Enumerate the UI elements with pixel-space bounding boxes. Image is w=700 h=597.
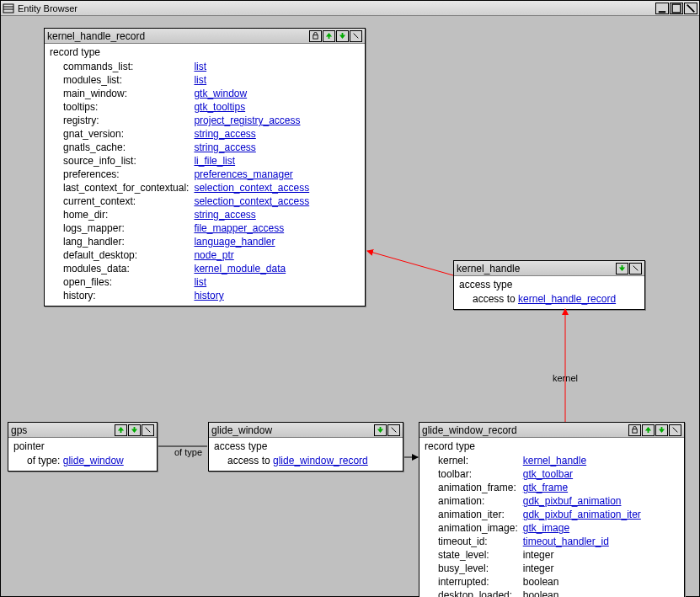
type-line: access type <box>459 278 639 291</box>
arrow-down-icon[interactable] <box>616 263 628 275</box>
maximize-button[interactable] <box>670 3 683 14</box>
type-link[interactable]: gdk_pixbuf_animation <box>523 495 622 507</box>
arrow-up-icon[interactable] <box>323 30 335 42</box>
type-link[interactable]: kernel_handle_record <box>518 293 616 305</box>
type-link[interactable]: li_file_list <box>194 155 235 167</box>
arrow-down-icon[interactable] <box>374 424 387 436</box>
type-link[interactable]: string_access <box>194 141 255 153</box>
type-link[interactable]: list <box>194 276 206 288</box>
field-name: interrupted: <box>425 575 523 589</box>
entity-header[interactable]: kernel_handle_record <box>45 29 365 44</box>
entity-glide-window[interactable]: glide_window access type access to glide… <box>208 422 403 472</box>
field-row: modules_data:kernel_module_data <box>50 262 309 275</box>
arrow-up-icon[interactable] <box>115 424 127 436</box>
lock-icon[interactable] <box>309 30 322 42</box>
field-row: last_context_for_contextual:selection_co… <box>50 181 309 195</box>
type-link[interactable]: selection_context_access <box>194 195 309 207</box>
type-link[interactable]: gtk_image <box>523 522 569 534</box>
edge-label-kernel: kernel <box>553 373 578 383</box>
entity-kernel-handle-record[interactable]: kernel_handle_record record type command… <box>44 28 366 306</box>
type-link[interactable]: gtk_tooltips <box>194 101 245 113</box>
close-icon[interactable] <box>629 263 642 275</box>
field-row: logs_mapper:file_mapper_access <box>50 221 309 235</box>
field-row: registry:project_registry_access <box>50 114 309 127</box>
field-name: animation: <box>425 494 523 508</box>
lock-icon[interactable] <box>628 424 641 436</box>
svg-line-19 <box>367 251 453 275</box>
type-link[interactable]: project_registry_access <box>194 115 300 126</box>
field-name: last_context_for_contextual: <box>50 181 194 195</box>
type-link[interactable]: string_access <box>194 209 255 221</box>
type-link[interactable]: history <box>194 290 223 301</box>
type-link[interactable]: language_handler <box>194 236 275 248</box>
type-link[interactable]: glide_window <box>63 455 124 466</box>
type-link[interactable]: selection_context_access <box>194 182 309 194</box>
arrow-up-icon[interactable] <box>642 424 655 436</box>
entity-header[interactable]: gps <box>8 423 157 438</box>
field-name: main_window: <box>50 87 194 100</box>
field-name: gnatls_cache: <box>50 141 194 154</box>
field-name: gnat_version: <box>50 127 194 141</box>
svg-rect-4 <box>672 4 681 13</box>
field-name: registry: <box>50 114 194 127</box>
arrow-down-icon[interactable] <box>655 424 668 436</box>
type-link[interactable]: list <box>194 74 206 86</box>
type-text: integer <box>523 549 554 561</box>
entity-title: kernel_handle_record <box>47 30 309 42</box>
type-link[interactable]: gtk_toolbar <box>523 468 573 480</box>
field-row: commands_list:list <box>50 60 309 73</box>
entity-title: glide_window <box>211 424 374 436</box>
type-link[interactable]: gdk_pixbuf_animation_iter <box>523 509 641 520</box>
type-link[interactable]: preferences_manager <box>194 168 292 180</box>
entity-gps[interactable]: gps pointer of type: glide_window <box>8 422 158 472</box>
field-name: source_info_list: <box>50 154 194 168</box>
field-name: modules_data: <box>50 262 194 275</box>
close-icon[interactable] <box>669 424 681 436</box>
diagram-canvas[interactable]: kernel_handle_record record type command… <box>1 16 699 596</box>
close-icon[interactable] <box>387 424 400 436</box>
svg-line-13 <box>146 428 150 432</box>
field-row: home_dir:string_access <box>50 208 309 221</box>
field-name: preferences: <box>50 168 194 181</box>
field-name: logs_mapper: <box>50 221 194 235</box>
svg-line-6 <box>687 4 694 11</box>
close-button[interactable] <box>684 3 697 14</box>
svg-line-15 <box>392 428 396 432</box>
close-icon[interactable] <box>350 30 362 42</box>
minimize-button[interactable] <box>655 3 669 14</box>
type-link[interactable]: timeout_handler_id <box>523 536 609 547</box>
app-window: Entity Browser kernel_handle_record reco… <box>0 0 700 597</box>
field-name: history: <box>50 289 194 302</box>
arrow-down-icon[interactable] <box>336 30 349 42</box>
entity-glide-window-record[interactable]: glide_window_record record type kernel:k… <box>419 422 685 597</box>
type-link[interactable]: file_mapper_access <box>194 222 284 234</box>
field-row: default_desktop:node_ptr <box>50 248 309 262</box>
svg-line-9 <box>354 34 358 38</box>
arrow-down-icon[interactable] <box>128 424 141 436</box>
type-link[interactable]: node_ptr <box>194 249 233 261</box>
type-link[interactable]: gtk_frame <box>523 482 568 493</box>
entity-kernel-handle[interactable]: kernel_handle access type access to kern… <box>453 260 645 310</box>
type-link[interactable]: string_access <box>194 128 255 140</box>
entity-header[interactable]: kernel_handle <box>454 261 644 276</box>
type-link[interactable]: kernel_module_data <box>194 263 286 275</box>
entity-title: glide_window_record <box>422 424 628 436</box>
field-row: animation_iter:gdk_pixbuf_animation_iter <box>425 508 641 521</box>
entity-title: kernel_handle <box>457 263 616 275</box>
type-link[interactable]: gtk_window <box>194 88 247 99</box>
access-prefix: access to <box>227 455 273 466</box>
titlebar: Entity Browser <box>1 1 699 16</box>
field-name: kernel: <box>425 454 523 467</box>
type-line: pointer <box>13 440 152 453</box>
entity-header[interactable]: glide_window_record <box>419 423 684 438</box>
type-line: record type <box>50 45 360 59</box>
type-link[interactable]: glide_window_record <box>273 455 368 466</box>
type-link[interactable]: kernel_handle <box>523 455 586 466</box>
close-icon[interactable] <box>142 424 154 436</box>
field-row: gnatls_cache:string_access <box>50 141 309 154</box>
window-title: Entity Browser <box>18 3 655 13</box>
field-name: open_files: <box>50 275 194 289</box>
entity-header[interactable]: glide_window <box>209 423 403 438</box>
type-link[interactable]: list <box>194 61 206 72</box>
field-row: toolbar:gtk_toolbar <box>425 467 641 481</box>
